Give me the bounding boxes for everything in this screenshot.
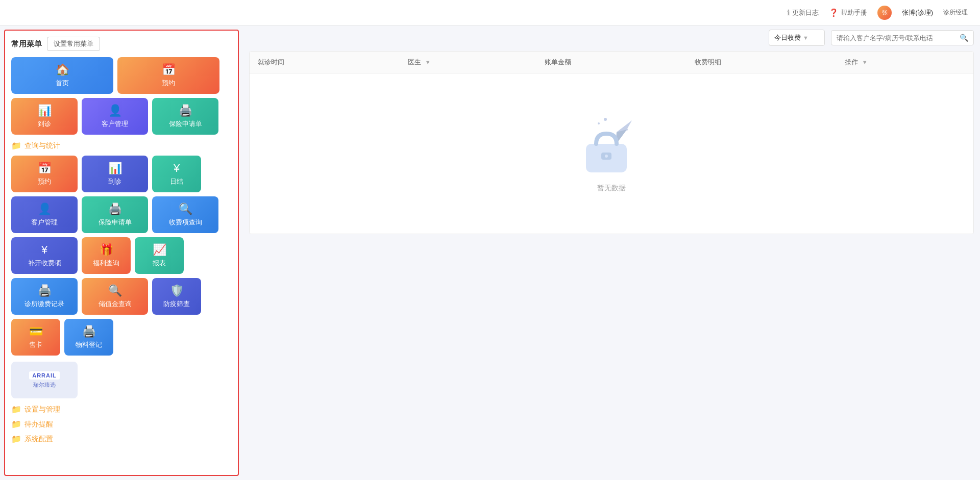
table-head: 就诊时间 医生 ▼ 账单金额 收费明细 操作 [250,52,973,73]
insurance-icon: 🖨️ [179,104,192,117]
search-icon[interactable]: 🔍 [960,34,968,42]
help-manual-label: 帮助手册 [841,8,867,17]
user-name[interactable]: 张博(诊理) [902,8,933,17]
menu-btn-clinic-fee[interactable]: 🖨️ 诊所缴费记录 [11,278,78,315]
action-filter-icon[interactable]: ▼ [862,59,868,65]
section-settings-label: 设置与管理 [24,405,60,414]
epidemic-label: 防疫筛查 [163,299,190,309]
menu-btn-epidemic[interactable]: 🛡️ 防疫筛查 [152,278,201,315]
customer2-icon: 👤 [38,203,52,216]
arrail-logo: ARRAIL [29,371,60,380]
question-icon: ❓ [829,8,839,17]
empty-text: 暂无数据 [597,184,626,193]
top-header: ℹ 更新日志 ❓ 帮助手册 张 张博(诊理) 诊所经理 [0,0,980,26]
welfare-icon: 🎁 [100,243,113,257]
stored-val-label: 储值金查询 [99,299,132,309]
home-label: 首页 [56,79,69,88]
menu-btn-customer2[interactable]: 👤 客户管理 [11,196,78,233]
right-panel: 今日收费 ▼ 🔍 就诊时间 医生 ▼ [243,26,980,480]
folder-icon-settings: 📁 [11,405,21,414]
section-query-label: 查询与统计 [24,141,60,150]
customer2-label: 客户管理 [31,218,58,227]
update-log-link[interactable]: ℹ 更新日志 [787,8,819,17]
arrail-grid: ARRAIL 瑞尔臻选 [11,362,232,398]
col-amount: 账单金额 [536,52,687,73]
menu-btn-appt2[interactable]: 📅 预约 [11,156,78,192]
menu-btn-material[interactable]: 🖨️ 物料登记 [64,319,113,356]
empty-svg [581,114,642,175]
panel-header: 常用菜单 设置常用菜单 [11,37,232,51]
epidemic-icon: 🛡️ [170,284,184,297]
folder-icon-query: 📁 [11,141,21,150]
search-box[interactable]: 🔍 [831,30,974,45]
section-query: 📁 查询与统计 [11,141,232,150]
insurance-label: 保险申请单 [169,119,202,129]
menu-btn-supplement[interactable]: ¥ 补开收费项 [11,237,78,274]
menu-btn-welfare[interactable]: 🎁 福利查询 [82,237,131,274]
folder-icon-sysconfig: 📁 [11,434,21,444]
main-layout: 常用菜单 设置常用菜单 🏠 首页 📅 预约 📊 到诊 👤 客户管理 🖨️ [0,0,980,480]
left-panel: 常用菜单 设置常用菜单 🏠 首页 📅 预约 📊 到诊 👤 客户管理 🖨️ [4,30,239,476]
update-log-label: 更新日志 [792,8,819,17]
home-icon: 🏠 [56,63,69,77]
filter-label: 今日收费 [774,33,801,42]
section-sysconfig[interactable]: 📁 系统配置 [11,434,232,444]
help-manual-link[interactable]: ❓ 帮助手册 [829,8,867,17]
fee-query-label: 收费项查询 [169,218,202,227]
stored-val-icon: 🔍 [108,284,122,297]
menu-btn-arrival[interactable]: 📊 到诊 [11,98,78,135]
menu-btn-insurance2[interactable]: 🖨️ 保险申请单 [82,196,148,233]
menu-btn-report[interactable]: 📈 报表 [135,237,184,274]
set-common-button[interactable]: 设置常用菜单 [47,37,100,51]
daily-icon: ¥ [174,162,180,175]
supplement-icon: ¥ [41,243,47,257]
daily-label: 日结 [170,177,183,186]
doctor-filter-icon[interactable]: ▼ [425,59,431,65]
menu-btn-sell-card[interactable]: 💳 售卡 [11,319,60,356]
data-table: 就诊时间 医生 ▼ 账单金额 收费明细 操作 [250,52,973,234]
col-doctor: 医生 ▼ [400,52,536,73]
svg-point-1 [604,118,607,121]
date-filter-select[interactable]: 今日收费 ▼ [769,30,825,46]
customer-icon: 👤 [108,104,122,117]
section-pending[interactable]: 📁 待办提醒 [11,419,232,429]
menu-btn-fee-query[interactable]: 🔍 收费项查询 [152,196,218,233]
fee-query-icon: 🔍 [179,203,192,216]
menu-btn-daily[interactable]: ¥ 日结 [152,156,201,192]
arrail-box[interactable]: ARRAIL 瑞尔臻选 [11,362,78,398]
welfare-label: 福利查询 [93,259,119,268]
menu-btn-appointment[interactable]: 📅 预约 [117,57,219,94]
insurance2-icon: 🖨️ [108,203,122,216]
search-input[interactable] [837,34,960,42]
material-label: 物料登记 [76,340,102,349]
clinic-fee-label: 诊所缴费记录 [24,299,64,309]
menu-btn-home[interactable]: 🏠 首页 [11,57,113,94]
col-visit-time: 就诊时间 [250,52,400,73]
menu-btn-insurance[interactable]: 🖨️ 保险申请单 [152,98,218,135]
arrail-label: 瑞尔臻选 [33,381,56,389]
sell-card-icon: 💳 [29,325,43,338]
report-icon: 📈 [153,243,166,257]
arrival-icon: 📊 [38,104,52,117]
sell-card-label: 售卡 [29,340,42,349]
panel-title: 常用菜单 [11,39,42,49]
supplement-label: 补开收费项 [28,259,61,268]
report-label: 报表 [153,259,166,268]
empty-illustration [581,114,642,175]
data-table-wrapper: 就诊时间 医生 ▼ 账单金额 收费明细 操作 [249,51,974,234]
avatar-initial: 张 [882,9,888,16]
quick-menu-top: 🏠 首页 📅 预约 📊 到诊 👤 客户管理 🖨️ 保险申请单 [11,57,232,135]
appointment-icon: 📅 [162,63,176,77]
menu-btn-stored-val[interactable]: 🔍 储值金查询 [82,278,148,315]
insurance2-label: 保险申请单 [99,218,132,227]
appt2-label: 预约 [38,177,51,186]
chevron-down-icon: ▼ [803,35,808,41]
avatar[interactable]: 张 [877,6,892,20]
menu-btn-arrival2[interactable]: 📊 到诊 [82,156,148,192]
menu-btn-customer[interactable]: 👤 客户管理 [82,98,148,135]
customer-label: 客户管理 [102,119,128,129]
section-sysconfig-label: 系统配置 [24,435,53,444]
section-pending-label: 待办提醒 [24,420,53,429]
section-settings[interactable]: 📁 设置与管理 [11,405,232,414]
clinic-name: 诊所经理 [943,8,968,17]
